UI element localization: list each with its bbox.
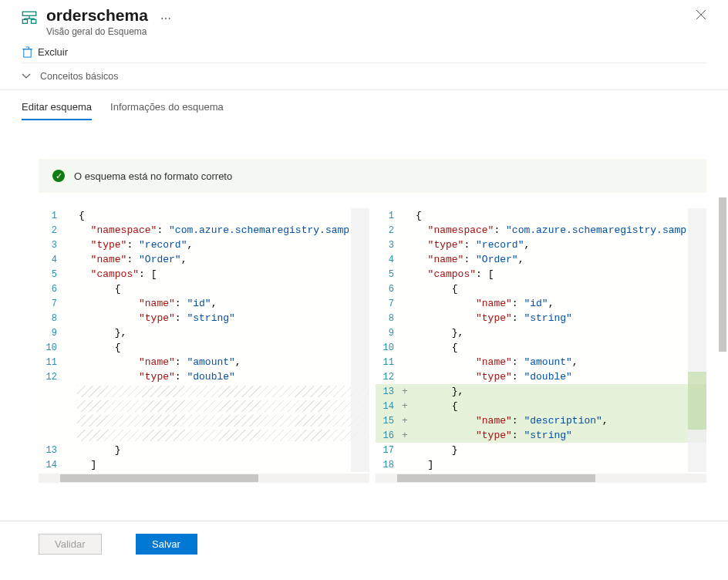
validation-banner: ✓ O esquema está no formato correto	[39, 159, 706, 193]
basics-label: Conceitos básicos	[40, 71, 118, 82]
svg-rect-3	[24, 49, 31, 57]
tab-bar: Editar esquema Informações do esquema	[0, 90, 728, 120]
diff-left-pane[interactable]: 1{ 2 "namespace": "com.azure.schemaregis…	[39, 208, 369, 483]
command-bar: Excluir	[0, 42, 728, 62]
save-button[interactable]: Salvar	[136, 534, 197, 555]
panel-header: orderschema ⋯ Visão geral do Esquema	[0, 0, 728, 42]
success-icon: ✓	[52, 170, 65, 182]
diff-editor: 1{ 2 "namespace": "com.azure.schemaregis…	[39, 208, 706, 483]
svg-rect-0	[22, 12, 36, 15]
minimap-right	[688, 208, 706, 472]
minimap-left	[351, 208, 369, 472]
diff-right-pane[interactable]: 1{ 2 "namespace": "com.azure.schemaregis…	[376, 208, 706, 483]
footer-bar: Validar Salvar	[17, 521, 728, 567]
close-button[interactable]	[696, 9, 706, 23]
tab-schema-info[interactable]: Informações do esquema	[110, 98, 224, 120]
tab-edit-schema[interactable]: Editar esquema	[22, 98, 92, 120]
more-actions-button[interactable]: ⋯	[160, 12, 171, 25]
page-subtitle: Visão geral do Esquema	[46, 26, 706, 37]
hscroll-right[interactable]	[376, 474, 706, 483]
banner-message: O esquema está no formato correto	[74, 170, 232, 182]
page-title: orderschema	[46, 6, 148, 24]
chevron-down-icon	[22, 72, 31, 81]
svg-rect-2	[32, 19, 36, 23]
delete-button[interactable]: Excluir	[22, 46, 68, 58]
content-area: ✓ O esquema está no formato correto 1{ 2…	[0, 120, 728, 521]
vertical-scrollbar[interactable]	[717, 197, 728, 521]
basics-collapse[interactable]: Conceitos básicos	[0, 63, 728, 90]
schema-panel: orderschema ⋯ Visão geral do Esquema Exc…	[0, 0, 728, 580]
delete-label: Excluir	[38, 46, 68, 58]
svg-rect-1	[22, 19, 27, 23]
validate-button[interactable]: Validar	[39, 534, 102, 555]
hscroll-left[interactable]	[39, 474, 369, 483]
schema-icon	[22, 11, 37, 26]
